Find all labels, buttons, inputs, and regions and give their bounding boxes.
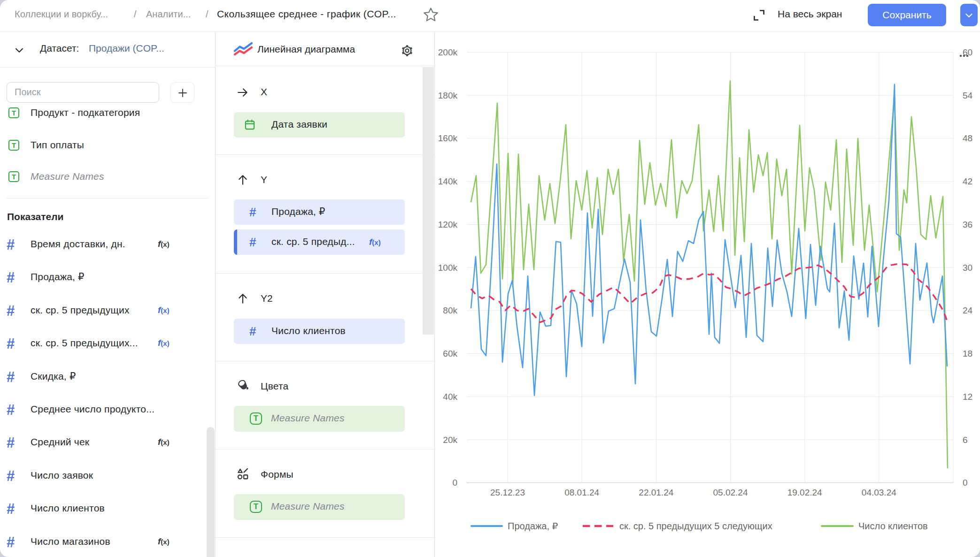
svg-text:36: 36 [963,220,972,229]
svg-text:100k: 100k [438,263,458,273]
svg-text:Число клиентов: Число клиентов [858,521,928,531]
svg-text:42: 42 [963,176,972,186]
svg-text:140k: 140k [438,176,458,186]
svg-text:6: 6 [963,435,968,445]
svg-text:12: 12 [963,392,972,402]
svg-text:60k: 60k [443,349,457,359]
svg-text:80k: 80k [443,305,457,315]
svg-text:30: 30 [963,263,972,273]
svg-text:160k: 160k [438,133,458,143]
svg-text:180k: 180k [438,91,458,100]
svg-text:20k: 20k [443,435,457,445]
svg-text:200k: 200k [438,47,458,57]
svg-text:19.02.24: 19.02.24 [787,488,822,497]
svg-text:08.01.24: 08.01.24 [564,488,599,497]
svg-text:22.01.24: 22.01.24 [639,488,673,497]
svg-text:18: 18 [963,349,972,359]
svg-text:25.12.23: 25.12.23 [490,488,525,497]
svg-text:54: 54 [963,91,973,100]
svg-text:ск. ср. 5 предыдущих 5 следующ: ск. ср. 5 предыдущих 5 следующих [619,521,772,531]
svg-text:Продажа, ₽: Продажа, ₽ [508,521,558,531]
svg-text:0: 0 [452,478,457,488]
svg-text:05.02.24: 05.02.24 [713,488,748,497]
svg-text:40k: 40k [443,392,457,402]
svg-text:0: 0 [963,478,968,488]
svg-text:48: 48 [963,133,972,143]
svg-text:04.03.24: 04.03.24 [862,488,896,497]
svg-text:24: 24 [963,305,973,315]
svg-text:120k: 120k [438,220,458,229]
